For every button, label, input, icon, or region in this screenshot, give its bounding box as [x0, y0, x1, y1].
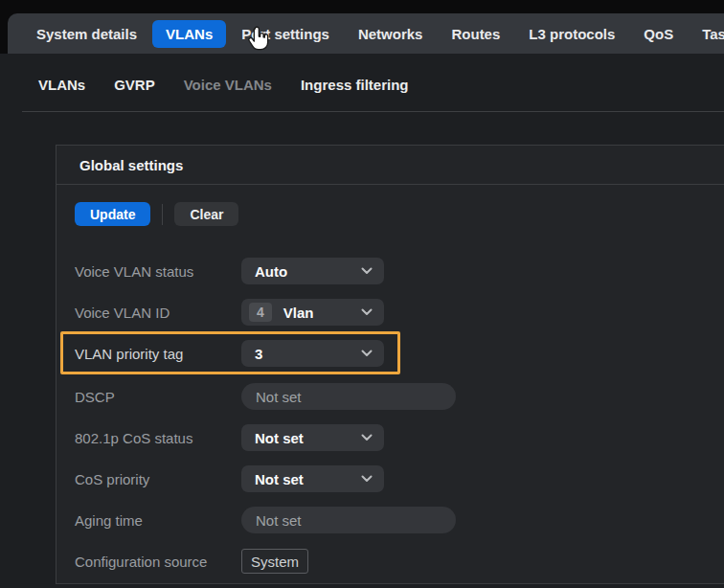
chevron-down-icon — [361, 434, 373, 441]
field-label: Configuration source — [75, 554, 241, 570]
tab-vlans[interactable]: VLANs — [152, 20, 226, 48]
selected-value: Vlan — [283, 305, 314, 321]
selected-value: Not set — [255, 471, 304, 487]
field-label: 802.1p CoS status — [75, 430, 241, 446]
field-label: CoS priority — [75, 471, 241, 487]
field-row-8021p-cos-status: 802.1p CoS status Not set — [75, 424, 724, 451]
vlan-priority-tag-select[interactable]: 3 — [241, 340, 384, 367]
tab-port-settings[interactable]: Port settings — [228, 20, 343, 48]
page-content: VLANs GVRP Voice VLANs Ingress filtering… — [0, 54, 724, 588]
tab-networks[interactable]: Networks — [345, 20, 437, 48]
field-row-voice-vlan-status: Voice VLAN status Auto — [75, 258, 724, 284]
chevron-down-icon — [361, 308, 373, 316]
sub-navigation: VLANs GVRP Voice VLANs Ingress filtering — [38, 77, 408, 93]
card-header: Global settings — [57, 146, 724, 185]
selected-value: 3 — [255, 346, 262, 362]
global-settings-card: Global settings Update Clear Voice VLAN … — [56, 145, 724, 584]
chevron-down-icon — [361, 475, 373, 483]
tab-l3-protocols[interactable]: L3 protocols — [515, 20, 628, 48]
voice-vlan-id-select[interactable]: 4 Vlan — [241, 299, 384, 326]
field-row-cos-priority: CoS priority Not set — [75, 465, 724, 492]
field-label: Voice VLAN ID — [75, 305, 241, 321]
field-label: Aging time — [75, 512, 241, 529]
aging-time-input[interactable] — [241, 507, 456, 533]
clear-button[interactable]: Clear — [174, 202, 238, 226]
subtab-gvrp[interactable]: GVRP — [114, 77, 155, 93]
chevron-down-icon — [361, 350, 373, 357]
field-row-vlan-priority-tag: VLAN priority tag 3 — [75, 340, 385, 367]
subtab-voice-vlans[interactable]: Voice VLANs — [184, 77, 272, 93]
vlan-id-badge: 4 — [249, 303, 272, 322]
voice-vlan-status-select[interactable]: Auto — [241, 258, 384, 284]
selected-value: Auto — [255, 263, 287, 280]
selected-value: Not set — [255, 430, 304, 446]
tab-system-details[interactable]: System details — [23, 20, 150, 48]
button-separator — [162, 204, 163, 225]
top-navigation-bar: System details VLANs Port settings Netwo… — [8, 13, 724, 54]
dscp-input[interactable] — [241, 383, 456, 410]
tab-qos[interactable]: QoS — [630, 20, 687, 48]
card-title: Global settings — [79, 157, 183, 173]
chevron-down-icon — [361, 267, 373, 275]
subtab-ingress-filtering[interactable]: Ingress filtering — [301, 77, 409, 93]
update-button[interactable]: Update — [75, 202, 150, 226]
field-label: DSCP — [75, 389, 241, 405]
button-row: Update Clear — [75, 202, 724, 226]
configuration-source-badge: System — [241, 549, 308, 574]
tab-task-queue[interactable]: Task queue — [689, 20, 724, 48]
subnav-divider — [22, 111, 724, 112]
card-body: Update Clear Voice VLAN status Auto Voic… — [57, 185, 724, 575]
field-row-dscp: DSCP — [75, 383, 724, 410]
field-label: VLAN priority tag — [75, 346, 241, 362]
cos-status-select[interactable]: Not set — [241, 424, 384, 451]
field-row-voice-vlan-id: Voice VLAN ID 4 Vlan — [75, 299, 724, 326]
field-row-aging-time: Aging time — [75, 507, 724, 533]
cos-priority-select[interactable]: Not set — [241, 465, 384, 492]
subtab-vlans[interactable]: VLANs — [38, 77, 85, 93]
field-label: Voice VLAN status — [75, 263, 241, 280]
highlight-box: VLAN priority tag 3 — [60, 331, 400, 374]
field-row-configuration-source: Configuration source System — [75, 548, 724, 575]
tab-routes[interactable]: Routes — [438, 20, 513, 48]
